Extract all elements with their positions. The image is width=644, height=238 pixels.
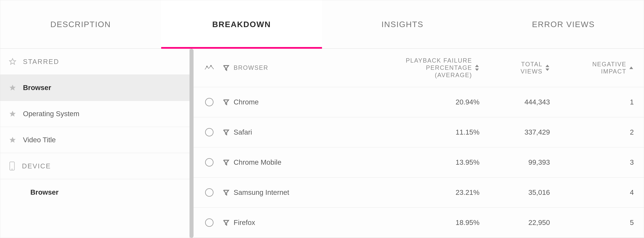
column-label-line: TOTAL (521, 61, 542, 68)
row-select[interactable] (200, 218, 218, 227)
svg-point-16 (206, 189, 213, 197)
svg-marker-2 (10, 111, 16, 117)
svg-point-7 (210, 65, 212, 66)
sidebar-section-label: DEVICE (22, 162, 51, 170)
sidebar-section-device[interactable]: DEVICE (0, 153, 190, 179)
row-select[interactable] (200, 97, 218, 107)
sort-both-icon (545, 64, 550, 71)
sidebar-item-operating-system[interactable]: Operating System (0, 101, 190, 127)
cell-total-views: 99,393 (480, 158, 550, 166)
svg-marker-12 (630, 67, 633, 69)
tab-insights[interactable]: INSIGHTS (322, 0, 483, 48)
svg-marker-11 (546, 69, 549, 71)
radio-icon (204, 97, 214, 107)
cell-negative-impact: 3 (550, 158, 634, 166)
table-row[interactable]: Samsung Internet23.21%35,0164 (190, 178, 644, 208)
row-select[interactable] (200, 158, 218, 167)
column-label-stack: NEGATIVE IMPACT (592, 61, 626, 75)
sidebar-subitem-browser[interactable]: Browser (0, 179, 190, 205)
filter-icon (223, 189, 230, 196)
filter-icon (223, 64, 230, 71)
column-label: BROWSER (234, 64, 268, 71)
column-label-line: PLAYBACK FAILURE (406, 57, 472, 64)
line-chart-icon (204, 65, 214, 71)
star-filled-icon (9, 84, 16, 91)
column-label-line: NEGATIVE (592, 61, 626, 68)
cell-browser-name: Samsung Internet (234, 188, 376, 197)
cell-total-views: 22,950 (480, 219, 550, 227)
row-select[interactable] (200, 127, 218, 137)
cell-playback-failure: 18.95% (376, 219, 480, 227)
table-header: BROWSER PLAYBACK FAILURE PERCENTAGE (AVE… (190, 49, 644, 87)
tab-breakdown[interactable]: BREAKDOWN (161, 0, 322, 48)
cell-browser-name: Chrome Mobile (234, 158, 376, 166)
sidebar-section-label: STARRED (23, 58, 59, 65)
column-label-stack: PLAYBACK FAILURE PERCENTAGE (AVERAGE) (406, 57, 472, 79)
star-filled-icon (9, 136, 16, 144)
sidebar: STARRED Browser Operating System Video T… (0, 49, 190, 238)
filter-icon (223, 99, 230, 106)
column-total-views[interactable]: TOTAL VIEWS (480, 61, 550, 75)
row-select[interactable] (200, 188, 218, 197)
svg-point-13 (206, 98, 213, 106)
column-label-line: (AVERAGE) (435, 71, 472, 79)
svg-point-17 (206, 219, 213, 227)
tab-description[interactable]: DESCRIPTION (0, 0, 161, 48)
svg-point-14 (206, 128, 213, 136)
row-filter[interactable] (218, 129, 234, 135)
radio-icon (204, 218, 214, 227)
column-chart-toggle[interactable] (200, 65, 218, 71)
svg-marker-8 (475, 65, 479, 67)
cell-playback-failure: 23.21% (376, 188, 480, 197)
filter-icon (223, 219, 230, 226)
column-filter-header[interactable] (218, 64, 234, 71)
svg-point-6 (206, 66, 208, 67)
svg-marker-0 (10, 59, 16, 64)
star-filled-icon (9, 110, 16, 118)
svg-marker-9 (475, 69, 479, 71)
sidebar-item-label: Video Title (23, 136, 56, 144)
sidebar-section-starred[interactable]: STARRED (0, 49, 190, 75)
star-outline-icon (9, 58, 16, 65)
column-label-line: VIEWS (520, 68, 542, 75)
cell-total-views: 337,429 (480, 128, 550, 136)
cell-negative-impact: 4 (550, 188, 634, 197)
table-row[interactable]: Firefox18.95%22,9505 (190, 208, 644, 238)
row-filter[interactable] (218, 189, 234, 196)
row-filter[interactable] (218, 219, 234, 226)
column-negative-impact[interactable]: NEGATIVE IMPACT (550, 61, 634, 75)
radio-icon (204, 188, 214, 197)
sidebar-item-label: Browser (30, 188, 58, 196)
column-browser[interactable]: BROWSER (234, 64, 376, 71)
column-label-stack: TOTAL VIEWS (520, 61, 542, 75)
sort-both-icon (474, 64, 480, 71)
cell-total-views: 35,016 (480, 188, 550, 197)
svg-marker-3 (10, 137, 16, 143)
table-row[interactable]: Safari11.15%337,4292 (190, 117, 644, 147)
sidebar-item-label: Operating System (23, 110, 79, 118)
svg-marker-10 (546, 65, 549, 67)
svg-marker-1 (10, 85, 16, 91)
cell-browser-name: Firefox (234, 219, 376, 227)
row-filter[interactable] (218, 99, 234, 106)
radio-icon (204, 127, 214, 137)
column-playback-failure[interactable]: PLAYBACK FAILURE PERCENTAGE (AVERAGE) (376, 57, 480, 79)
cell-playback-failure: 20.94% (376, 98, 480, 106)
svg-point-15 (206, 158, 213, 166)
table-row[interactable]: Chrome Mobile13.95%99,3933 (190, 147, 644, 178)
tab-error-views[interactable]: ERROR VIEWS (483, 0, 644, 48)
table-row[interactable]: Chrome20.94%444,3431 (190, 87, 644, 117)
filter-icon (223, 129, 230, 135)
row-filter[interactable] (218, 159, 234, 166)
tab-bar: DESCRIPTION BREAKDOWN INSIGHTS ERROR VIE… (0, 0, 644, 49)
main-panel: BROWSER PLAYBACK FAILURE PERCENTAGE (AVE… (190, 49, 644, 238)
app-root: DESCRIPTION BREAKDOWN INSIGHTS ERROR VIE… (0, 0, 644, 238)
sidebar-item-browser[interactable]: Browser (0, 75, 190, 101)
column-label-line: IMPACT (601, 68, 626, 75)
cell-playback-failure: 13.95% (376, 158, 480, 166)
sidebar-item-label: Browser (23, 84, 51, 92)
cell-playback-failure: 11.15% (376, 128, 480, 136)
sidebar-item-video-title[interactable]: Video Title (0, 127, 190, 153)
filter-icon (223, 159, 230, 166)
cell-total-views: 444,343 (480, 98, 550, 106)
